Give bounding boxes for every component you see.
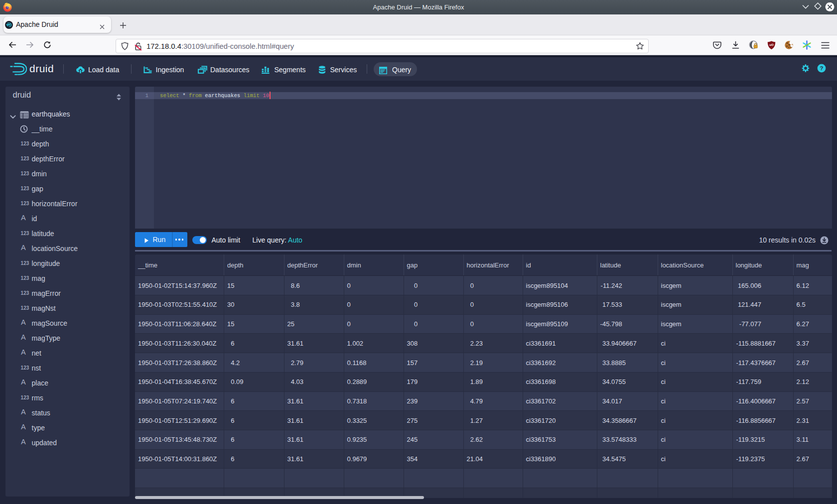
svg-text:uO: uO xyxy=(769,43,774,46)
svg-text:?: ? xyxy=(820,65,823,71)
